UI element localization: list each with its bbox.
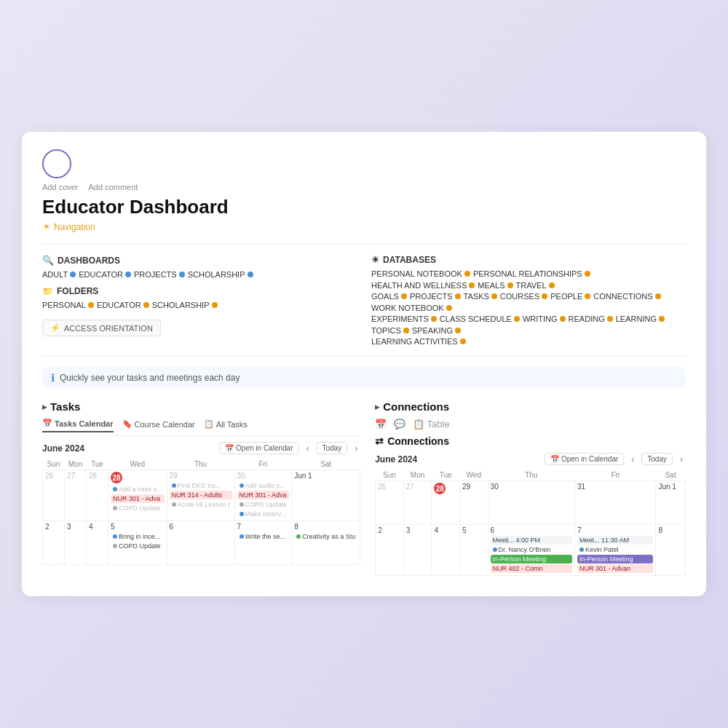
- tasks-cell: 5 Bring in ince... COPD Update: [108, 521, 167, 565]
- dash-scholarship[interactable]: SCHOLARSHIP: [188, 270, 253, 279]
- db-class-schedule[interactable]: CLASS SCHEDULE: [440, 314, 520, 323]
- db-courses[interactable]: COURSES: [500, 292, 547, 301]
- connections-next-arrow[interactable]: ›: [677, 454, 686, 465]
- db-experiments[interactable]: EXPERIMENTS: [371, 314, 437, 323]
- tasks-cell: 30 Add audio c... NUR 301 - Adva COPD Up…: [234, 470, 292, 521]
- db-row4: LEARNING ACTIVITIES: [371, 337, 686, 346]
- event[interactable]: NUR 402 - Comn: [491, 564, 572, 573]
- databases-label: ☀ DATABASES: [371, 255, 686, 265]
- db-connections[interactable]: CONNECTIONS: [593, 292, 660, 301]
- tasks-open-calendar-btn[interactable]: 📅 Open in Calendar: [219, 442, 298, 454]
- tab-course-calendar[interactable]: 🔖 Course Calendar: [122, 419, 195, 432]
- tasks-next-arrow[interactable]: ›: [352, 443, 360, 454]
- tab-all-tasks[interactable]: 📋 All Tasks: [204, 419, 248, 432]
- folder-educator[interactable]: EDUCATOR: [97, 301, 149, 309]
- tasks-cell: 28: [87, 470, 108, 521]
- conn-cell: 5: [459, 525, 488, 576]
- event[interactable]: Dr. Nancy O'Brien: [491, 545, 572, 554]
- db-travel[interactable]: TRAVEL: [516, 281, 555, 290]
- event[interactable]: Add audio c...: [237, 481, 290, 490]
- db-projects[interactable]: PROJECTS: [410, 292, 461, 301]
- all-tasks-icon: 📋: [204, 419, 214, 429]
- add-comment-link[interactable]: Add comment: [89, 183, 138, 191]
- course-cal-icon: 🔖: [122, 419, 132, 429]
- tab-connections-calendar[interactable]: 📅: [375, 419, 387, 430]
- navigation-label: ☀ Navigation: [42, 221, 686, 232]
- event[interactable]: Find EKG tra...: [170, 481, 232, 490]
- db-meals[interactable]: MEALS: [478, 281, 513, 290]
- event[interactable]: NUR 301 - Adva: [237, 491, 290, 499]
- search-icon: 🔍: [42, 255, 54, 266]
- event[interactable]: Creativity as a Stu: [294, 532, 357, 541]
- connections-section: ▸ Connections 📅 💬 📋 Table ⇄ Connections …: [375, 400, 686, 576]
- db-speaking[interactable]: SPEAKING: [412, 326, 461, 335]
- connections-open-calendar-btn[interactable]: 📅 Open in Calendar: [545, 453, 624, 465]
- connections-calendar-header: June 2024 📅 Open in Calendar ‹ Today ›: [375, 453, 686, 465]
- event[interactable]: NUR 301 - Adva: [111, 494, 165, 503]
- conn-cell: 31: [575, 481, 656, 525]
- tasks-cell: Jun 1: [292, 470, 360, 521]
- table-row: 2 3 4 5 6 Meeti... 4:00 PM Dr. Nancy O'B…: [376, 525, 686, 576]
- add-cover-link[interactable]: Add cover: [42, 183, 79, 191]
- folder-scholarship[interactable]: SCHOLARSHIP: [152, 301, 218, 309]
- connections-today-btn[interactable]: Today: [641, 453, 673, 465]
- meeting-badge[interactable]: In-Person Meeting: [577, 555, 653, 563]
- tasks-today-btn[interactable]: Today: [316, 442, 347, 454]
- tasks-cal-sat: Sat: [292, 459, 360, 470]
- connections-arrows-icon: ⇄: [375, 435, 384, 447]
- db-goals[interactable]: GOALS: [371, 292, 407, 301]
- access-orientation-button[interactable]: ⚡ ACCESS ORIENTATION: [42, 320, 161, 336]
- event[interactable]: Meet... 11:30 AM: [577, 536, 653, 545]
- dash-projects[interactable]: PROJECTS: [134, 270, 185, 279]
- db-writing[interactable]: WRITING: [523, 314, 566, 323]
- conn-cal-sat: Sat: [656, 470, 686, 481]
- event[interactable]: COPD Update: [237, 500, 290, 509]
- db-health[interactable]: HEALTH AND WELLNESS: [371, 281, 475, 290]
- event[interactable]: Add a case s...: [111, 485, 165, 494]
- tasks-arrow: ▸: [42, 402, 47, 412]
- folder-personal[interactable]: PERSONAL: [42, 301, 94, 309]
- db-row3: EXPERIMENTS CLASS SCHEDULE WRITING READI…: [371, 314, 686, 335]
- db-people[interactable]: PEOPLE: [550, 292, 590, 301]
- conn-cal-wed: Wed: [459, 470, 488, 481]
- conn-cell: 28: [432, 481, 460, 525]
- tasks-cal-icon: 📅: [42, 419, 52, 428]
- db-learning[interactable]: LEARNING: [616, 314, 665, 323]
- conn-cal-sun: Sun: [376, 470, 404, 481]
- event[interactable]: NUR 301 - Advan: [577, 564, 653, 573]
- tasks-cell: 4: [87, 521, 108, 565]
- tab-tasks-calendar[interactable]: 📅 Tasks Calendar: [42, 419, 114, 432]
- event[interactable]: Meeti... 4:00 PM: [491, 536, 572, 545]
- meeting-badge[interactable]: In-Person Meeting: [491, 555, 572, 563]
- connections-section-title: ⇄ Connections: [375, 435, 686, 447]
- event[interactable]: Make reserv...: [237, 510, 290, 518]
- dash-adult[interactable]: ADULT: [42, 270, 76, 279]
- db-personal-rel[interactable]: PERSONAL RELATIONSHIPS: [473, 269, 590, 278]
- conn-cell: 27: [403, 481, 432, 525]
- left-nav: 🔍 DASHBOARDS ADULT EDUCATOR PROJECTS SCH…: [42, 255, 357, 346]
- db-work-notebook[interactable]: WORK NOTEBOOK: [371, 304, 452, 312]
- main-card: Add cover Add comment Educator Dashboard…: [22, 132, 706, 596]
- bottom-grid: ▸ Tasks 📅 Tasks Calendar 🔖 Course Calend…: [42, 400, 686, 576]
- conn-cell: 2: [376, 525, 404, 576]
- event[interactable]: Write the se...: [237, 532, 290, 541]
- tasks-prev-arrow[interactable]: ‹: [303, 443, 312, 454]
- db-reading[interactable]: READING: [569, 314, 613, 323]
- event[interactable]: COPD Update: [111, 504, 165, 513]
- event[interactable]: Bring in ince...: [111, 532, 165, 541]
- tasks-cal-fri: Fri: [234, 459, 292, 470]
- dashboards-label: 🔍 DASHBOARDS: [42, 255, 357, 266]
- db-learning-activities[interactable]: LEARNING ACTIVITIES: [371, 337, 466, 346]
- db-tasks[interactable]: TASKS: [464, 292, 497, 301]
- event[interactable]: Kevin Patel: [577, 545, 653, 554]
- connections-prev-arrow[interactable]: ‹: [628, 454, 637, 465]
- event[interactable]: NUR 314 - Adults: [170, 491, 232, 499]
- dash-educator[interactable]: EDUCATOR: [79, 270, 131, 279]
- event[interactable]: Acute MI Lesson I: [170, 500, 232, 509]
- db-topics[interactable]: TOPICS: [371, 326, 409, 335]
- tab-connections-table[interactable]: 📋 Table: [413, 419, 449, 430]
- db-personal-notebook[interactable]: PERSONAL NOTEBOOK: [371, 269, 470, 278]
- tab-connections-chat[interactable]: 💬: [394, 419, 405, 430]
- tasks-cell: 8 Creativity as a Stu: [292, 521, 360, 565]
- event[interactable]: COPD Update: [111, 542, 165, 550]
